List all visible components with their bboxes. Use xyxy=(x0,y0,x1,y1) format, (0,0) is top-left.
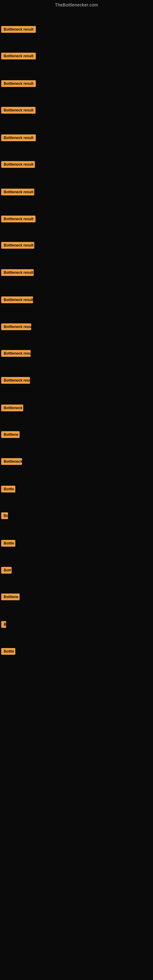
bottleneck-badge-5[interactable]: Bottleneck result xyxy=(1,134,36,141)
result-row-21: Bott xyxy=(1,567,12,575)
bottleneck-badge-4[interactable]: Bottleneck result xyxy=(1,107,35,114)
result-row-12: Bottleneck resul xyxy=(1,323,31,331)
result-row-16: Bottlene xyxy=(1,431,19,439)
bottleneck-badge-20[interactable]: Bottle xyxy=(1,540,15,547)
bottleneck-badge-8[interactable]: Bottleneck result xyxy=(1,216,35,222)
bottleneck-badge-22[interactable]: Bottlene xyxy=(1,593,19,600)
bottleneck-badge-12[interactable]: Bottleneck resul xyxy=(1,323,31,330)
bottleneck-badge-19[interactable]: Bo xyxy=(1,512,8,519)
result-row-2: Bottleneck result xyxy=(1,52,36,60)
bottleneck-badge-24[interactable]: Bottle xyxy=(1,648,15,655)
bottleneck-badge-17[interactable]: Bottleneck xyxy=(1,458,22,465)
result-row-4: Bottleneck result xyxy=(1,107,35,115)
bottleneck-badge-6[interactable]: Bottleneck result xyxy=(1,161,35,168)
result-row-5: Bottleneck result xyxy=(1,134,36,142)
bottleneck-badge-18[interactable]: Bottle xyxy=(1,486,15,492)
bottleneck-badge-7[interactable]: Bottleneck result xyxy=(1,189,34,196)
result-row-10: Bottleneck result xyxy=(1,269,33,277)
result-row-18: Bottle xyxy=(1,486,15,494)
result-row-15: Bottleneck r xyxy=(1,404,23,412)
result-row-22: Bottlene xyxy=(1,593,19,601)
result-row-23: B xyxy=(1,621,6,629)
bottleneck-badge-15[interactable]: Bottleneck r xyxy=(1,404,23,411)
results-container: Bottleneck resultBottleneck resultBottle… xyxy=(0,9,153,980)
bottleneck-badge-13[interactable]: Bottleneck result xyxy=(1,350,30,357)
bottleneck-badge-2[interactable]: Bottleneck result xyxy=(1,52,36,59)
result-row-19: Bo xyxy=(1,512,8,520)
bottleneck-badge-1[interactable]: Bottleneck result xyxy=(1,26,36,33)
result-row-20: Bottle xyxy=(1,540,15,548)
result-row-8: Bottleneck result xyxy=(1,216,35,224)
result-row-3: Bottleneck result xyxy=(1,80,36,88)
bottleneck-badge-16[interactable]: Bottlene xyxy=(1,431,19,438)
bottleneck-badge-21[interactable]: Bott xyxy=(1,567,12,574)
bottleneck-badge-3[interactable]: Bottleneck result xyxy=(1,80,36,87)
bottleneck-badge-10[interactable]: Bottleneck result xyxy=(1,269,33,276)
result-row-11: Bottleneck result xyxy=(1,296,33,304)
bottleneck-badge-23[interactable]: B xyxy=(1,621,6,628)
result-row-13: Bottleneck result xyxy=(1,350,30,358)
result-row-14: Bottleneck resul xyxy=(1,377,30,385)
result-row-1: Bottleneck result xyxy=(1,26,36,34)
bottleneck-badge-11[interactable]: Bottleneck result xyxy=(1,296,33,303)
bottleneck-badge-9[interactable]: Bottleneck result xyxy=(1,242,34,249)
result-row-6: Bottleneck result xyxy=(1,161,35,169)
result-row-7: Bottleneck result xyxy=(1,189,34,197)
bottleneck-badge-14[interactable]: Bottleneck resul xyxy=(1,377,30,384)
result-row-9: Bottleneck result xyxy=(1,242,34,250)
site-title: TheBottlenecker.com xyxy=(0,0,153,9)
result-row-24: Bottle xyxy=(1,648,15,656)
result-row-17: Bottleneck xyxy=(1,458,22,466)
